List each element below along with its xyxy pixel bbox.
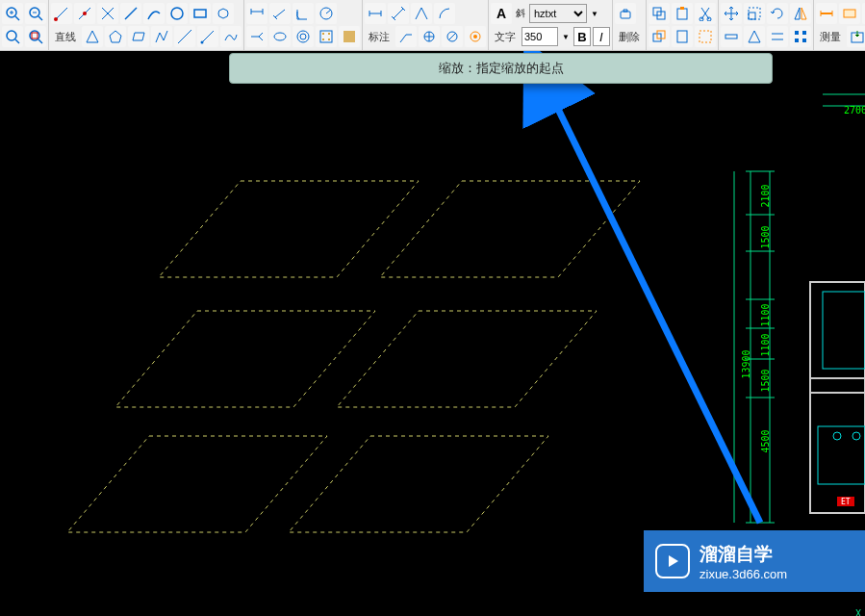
snap-midpoint-icon[interactable]	[74, 3, 95, 24]
dim-settings-icon[interactable]	[465, 26, 486, 47]
erase-icon[interactable]	[615, 3, 636, 24]
italic-button[interactable]: I	[593, 27, 610, 46]
svg-point-53	[473, 35, 477, 38]
xline-icon[interactable]	[174, 26, 195, 47]
svg-line-51	[448, 33, 456, 40]
toolbar: 直线	[0, 0, 865, 51]
revcloud-icon[interactable]	[213, 3, 234, 24]
dim-horizontal-icon[interactable]	[365, 3, 386, 24]
svg-point-13	[54, 17, 58, 21]
polyline-icon[interactable]	[151, 26, 172, 47]
dim-linear-icon[interactable]	[246, 3, 267, 24]
font-select[interactable]: hztxt	[529, 4, 587, 23]
svg-rect-20	[194, 10, 206, 17]
dim-angle-icon[interactable]	[293, 3, 314, 24]
x-mark: X	[855, 608, 861, 616]
measure-area-icon[interactable]	[839, 3, 860, 24]
svg-point-38	[322, 38, 324, 40]
triangle-icon[interactable]	[82, 26, 103, 47]
bold-button[interactable]: B	[573, 27, 591, 46]
svg-point-39	[328, 38, 330, 40]
svg-line-12	[56, 8, 67, 19]
arc-icon[interactable]	[143, 3, 165, 24]
delete-label: 删除	[615, 30, 644, 44]
zoom-window-icon[interactable]	[2, 26, 23, 47]
circle-icon[interactable]	[166, 3, 188, 24]
dim-label: 1500	[760, 369, 771, 392]
svg-rect-40	[343, 31, 355, 42]
ordinate-icon[interactable]	[419, 26, 440, 47]
font-dropdown-icon[interactable]: ▼	[589, 10, 600, 18]
dim-aligned-icon[interactable]	[269, 3, 291, 24]
transform-group	[719, 0, 814, 50]
svg-rect-11	[32, 33, 38, 38]
scale-icon[interactable]	[744, 3, 765, 24]
dim-style-group: 标注	[363, 0, 489, 50]
delete-group: 删除	[613, 0, 647, 50]
annotate-label: 标注	[365, 30, 394, 44]
svg-rect-74	[802, 38, 806, 42]
svg-line-1	[15, 16, 19, 20]
parallelogram-icon[interactable]	[128, 26, 149, 47]
dim-label: 1500	[760, 225, 771, 248]
hatch-pattern-icon[interactable]	[339, 26, 360, 47]
leader-icon[interactable]	[395, 26, 417, 47]
svg-rect-104	[818, 426, 865, 484]
ray-icon[interactable]	[197, 26, 218, 47]
trim-icon[interactable]	[721, 26, 742, 47]
size-dropdown-icon[interactable]: ▼	[560, 33, 572, 41]
svg-rect-103	[823, 292, 865, 369]
svg-line-44	[394, 9, 403, 18]
line-icon[interactable]	[120, 3, 141, 24]
dim-radius-icon[interactable]	[316, 3, 337, 24]
cut-icon[interactable]	[695, 3, 716, 24]
svg-rect-67	[749, 8, 760, 19]
mirror-icon[interactable]	[790, 3, 811, 24]
select-icon[interactable]	[695, 26, 716, 47]
ellipse-icon[interactable]	[269, 26, 291, 47]
svg-point-106	[852, 432, 860, 440]
text-label: 文字	[491, 30, 520, 44]
svg-rect-59	[680, 7, 684, 10]
duplicate-icon[interactable]	[649, 26, 670, 47]
snap-intersection-icon[interactable]	[97, 3, 118, 24]
import-icon[interactable]	[847, 26, 865, 47]
zoom-extents-icon[interactable]	[25, 26, 46, 47]
zoom-in-icon[interactable]	[2, 3, 23, 24]
rectangle-icon[interactable]	[190, 3, 211, 24]
tooltip-text: 缩放：指定缩放的起点	[439, 60, 564, 77]
hatch-dots-icon[interactable]	[316, 26, 337, 47]
target-icon[interactable]	[293, 26, 314, 47]
array-icon[interactable]	[790, 26, 811, 47]
extend-icon[interactable]	[744, 26, 765, 47]
svg-rect-73	[795, 38, 799, 42]
dim-continue-icon[interactable]	[388, 3, 409, 24]
paste-icon[interactable]	[672, 3, 693, 24]
svg-rect-71	[795, 31, 799, 35]
svg-point-37	[328, 33, 330, 35]
text-icon[interactable]: A	[491, 3, 512, 24]
dim-angular-icon[interactable]	[411, 3, 432, 24]
svg-line-5	[38, 16, 42, 20]
measure-dist-icon[interactable]	[816, 3, 837, 24]
svg-point-7	[7, 31, 16, 40]
svg-rect-58	[677, 9, 687, 19]
copy-icon[interactable]	[649, 3, 670, 24]
dim-arc-icon[interactable]	[434, 3, 455, 24]
svg-point-19	[171, 8, 183, 19]
svg-line-8	[15, 39, 19, 43]
pentagon-icon[interactable]	[105, 26, 126, 47]
snap-endpoint-icon[interactable]	[51, 3, 72, 24]
spline-icon[interactable]	[220, 26, 242, 47]
svg-rect-65	[700, 31, 711, 42]
measure-label: 测量	[816, 30, 845, 44]
clipboard-icon[interactable]	[672, 26, 693, 47]
move-icon[interactable]	[721, 3, 742, 24]
dim-rotated-icon[interactable]	[246, 26, 267, 47]
zoom-out-icon[interactable]	[25, 3, 46, 24]
dim-diameter-icon[interactable]	[442, 26, 463, 47]
offset-icon[interactable]	[767, 26, 788, 47]
svg-line-18	[125, 8, 137, 19]
rotate-icon[interactable]	[767, 3, 788, 24]
font-size-input[interactable]	[522, 27, 558, 46]
